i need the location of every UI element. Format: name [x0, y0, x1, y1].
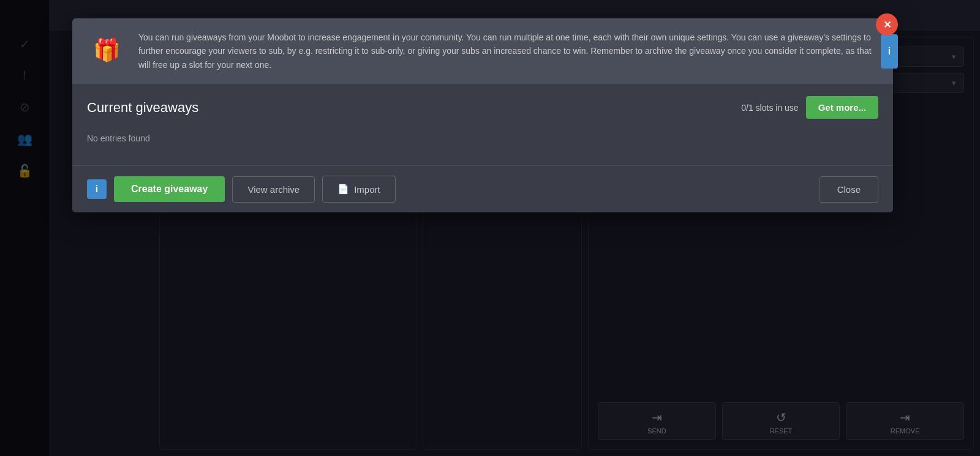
- modal-footer: i Create giveaway View archive 📄 Import …: [72, 165, 893, 212]
- giveaway-title: Current giveaways: [87, 100, 198, 116]
- gift-icon: 🎁: [87, 31, 126, 70]
- no-entries-message: No entries found: [87, 129, 878, 153]
- slots-text: 0/1 slots in use: [741, 103, 798, 113]
- info-side-button[interactable]: i: [881, 34, 898, 69]
- footer-info-button[interactable]: i: [87, 179, 107, 199]
- info-banner: 🎁 You can run giveaways from your Moobot…: [72, 18, 893, 84]
- modal-close-button[interactable]: ✕: [876, 13, 898, 36]
- create-giveaway-button[interactable]: Create giveaway: [114, 176, 225, 202]
- giveaway-header: Current giveaways 0/1 slots in use Get m…: [87, 96, 878, 119]
- close-button[interactable]: Close: [820, 176, 878, 203]
- import-button[interactable]: 📄 Import: [322, 176, 396, 203]
- giveaway-modal: ✕ 🎁 You can run giveaways from your Moob…: [72, 18, 893, 212]
- document-icon: 📄: [337, 184, 349, 195]
- slots-info: 0/1 slots in use Get more...: [741, 96, 878, 119]
- giveaway-section: Current giveaways 0/1 slots in use Get m…: [72, 84, 893, 165]
- info-text: You can run giveaways from your Moobot t…: [138, 31, 878, 72]
- get-more-button[interactable]: Get more...: [806, 96, 878, 119]
- view-archive-button[interactable]: View archive: [232, 176, 315, 203]
